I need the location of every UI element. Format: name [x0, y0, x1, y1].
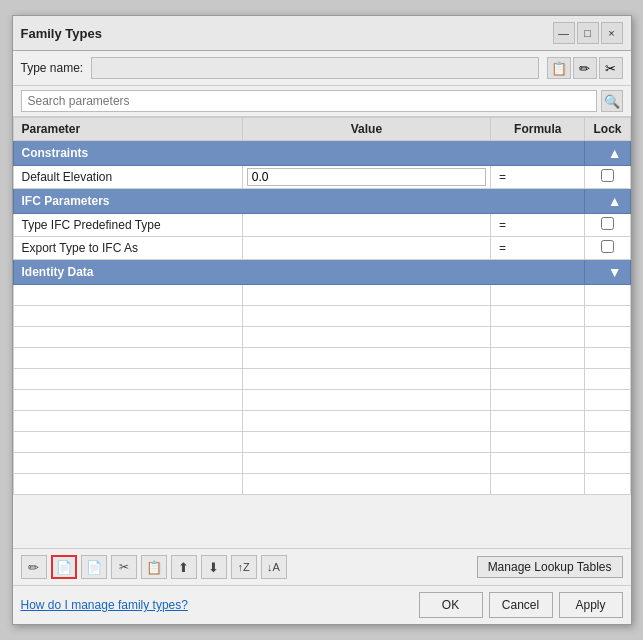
- parameters-table-container: Parameter Value Formula Lock Constraints…: [13, 117, 631, 549]
- type-name-select[interactable]: [91, 57, 538, 79]
- cancel-button[interactable]: Cancel: [489, 592, 553, 618]
- search-input[interactable]: [21, 90, 597, 112]
- value-export-ifc[interactable]: [242, 237, 490, 260]
- param-default-elevation: Default Elevation: [13, 166, 242, 189]
- table-row-empty-6: [13, 390, 630, 411]
- formula-default-elevation: =: [490, 166, 585, 189]
- formula-ifc-predefined-type: =: [490, 214, 585, 237]
- bottom-toolbar: ✏ 📄 📄 ✂ 📋 ⬆ ⬇ ↑Z ↓A Manage Lookup Tables: [13, 549, 631, 586]
- apply-button[interactable]: Apply: [559, 592, 623, 618]
- move-param-down-button[interactable]: ⬇: [201, 555, 227, 579]
- section-ifc-expand[interactable]: ▲: [585, 189, 630, 214]
- lock-export-ifc-checkbox[interactable]: [601, 240, 614, 253]
- parameters-table: Parameter Value Formula Lock Constraints…: [13, 117, 631, 495]
- table-row-empty-7: [13, 411, 630, 432]
- ok-button[interactable]: OK: [419, 592, 483, 618]
- table-row-empty-9: [13, 453, 630, 474]
- table-row-empty-8: [13, 432, 630, 453]
- table-row-empty-1: [13, 285, 630, 306]
- table-row-empty-3: [13, 327, 630, 348]
- type-name-buttons: 📋 ✏ ✂: [547, 57, 623, 79]
- table-row-empty-4: [13, 348, 630, 369]
- section-ifc-parameters: IFC Parameters ▲: [13, 189, 630, 214]
- search-icon[interactable]: 🔍: [601, 90, 623, 112]
- table-row: Default Elevation =: [13, 166, 630, 189]
- type-rename-button[interactable]: ✏: [573, 57, 597, 79]
- lock-ifc-predefined-type[interactable]: [585, 214, 630, 237]
- footer-row: How do I manage family types? OK Cancel …: [13, 586, 631, 624]
- dialog-title: Family Types: [21, 26, 102, 41]
- help-link[interactable]: How do I manage family types?: [21, 598, 188, 612]
- table-header-row: Parameter Value Formula Lock: [13, 118, 630, 141]
- sort-za-button[interactable]: ↓A: [261, 555, 287, 579]
- param-export-ifc: Export Type to IFC As: [13, 237, 242, 260]
- value-default-elevation-input[interactable]: [247, 168, 486, 186]
- manage-lookup-tables-button[interactable]: Manage Lookup Tables: [477, 556, 623, 578]
- type-copy-button[interactable]: 📋: [547, 57, 571, 79]
- type-name-label: Type name:: [21, 61, 84, 75]
- table-row-empty-5: [13, 369, 630, 390]
- close-button[interactable]: ×: [601, 22, 623, 44]
- copy-parameter-button[interactable]: 📋: [141, 555, 167, 579]
- move-param-up-button[interactable]: ⬆: [171, 555, 197, 579]
- maximize-button[interactable]: □: [577, 22, 599, 44]
- table-row: Type IFC Predefined Type =: [13, 214, 630, 237]
- edit-button[interactable]: ✏: [21, 555, 47, 579]
- formula-export-ifc: =: [490, 237, 585, 260]
- lock-default-elevation-checkbox[interactable]: [601, 169, 614, 182]
- header-formula: Formula: [490, 118, 585, 141]
- param-ifc-predefined-type: Type IFC Predefined Type: [13, 214, 242, 237]
- minimize-button[interactable]: —: [553, 22, 575, 44]
- lock-default-elevation[interactable]: [585, 166, 630, 189]
- table-row-empty-10: [13, 474, 630, 495]
- section-ifc-label: IFC Parameters: [13, 189, 585, 214]
- section-constraints-label: Constraints: [13, 141, 585, 166]
- family-types-dialog: Family Types — □ × Type name: 📋 ✏ ✂ 🔍 Pa…: [12, 15, 632, 625]
- value-default-elevation[interactable]: [242, 166, 490, 189]
- section-constraints: Constraints ▲: [13, 141, 630, 166]
- search-row: 🔍: [13, 86, 631, 117]
- section-identity-data: Identity Data ▼: [13, 260, 630, 285]
- sort-az-button[interactable]: ↑Z: [231, 555, 257, 579]
- section-identity-label: Identity Data: [13, 260, 585, 285]
- lock-export-ifc[interactable]: [585, 237, 630, 260]
- type-delete-button[interactable]: ✂: [599, 57, 623, 79]
- title-bar-controls: — □ ×: [553, 22, 623, 44]
- type-name-row: Type name: 📋 ✏ ✂: [13, 51, 631, 86]
- footer-buttons: OK Cancel Apply: [419, 592, 623, 618]
- value-ifc-predefined-type[interactable]: [242, 214, 490, 237]
- lock-ifc-predefined-type-checkbox[interactable]: [601, 217, 614, 230]
- header-parameter: Parameter: [13, 118, 242, 141]
- header-value: Value: [242, 118, 490, 141]
- section-constraints-expand[interactable]: ▲: [585, 141, 630, 166]
- table-row: Export Type to IFC As =: [13, 237, 630, 260]
- header-lock: Lock: [585, 118, 630, 141]
- new-type-button[interactable]: 📄: [51, 555, 77, 579]
- table-row-empty-2: [13, 306, 630, 327]
- title-bar: Family Types — □ ×: [13, 16, 631, 51]
- rename-type-button[interactable]: ✂: [111, 555, 137, 579]
- section-identity-expand[interactable]: ▼: [585, 260, 630, 285]
- duplicate-type-button[interactable]: 📄: [81, 555, 107, 579]
